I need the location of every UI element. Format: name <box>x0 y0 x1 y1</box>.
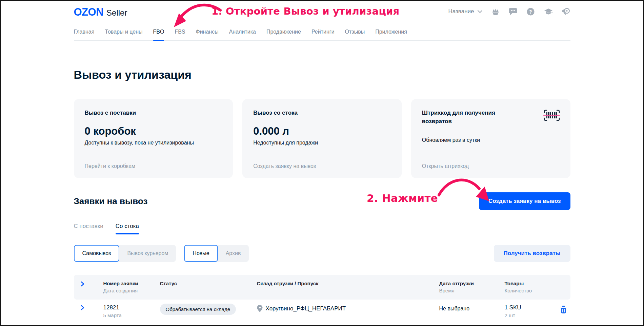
barcode-icon <box>543 109 560 123</box>
state-filter-group: Новые Архив <box>184 245 248 262</box>
nav-item-reytingi[interactable]: Рейтинги <box>311 23 335 40</box>
logo-seller-text: Seller <box>106 8 127 18</box>
nav-item-fbs[interactable]: FBS <box>175 23 185 40</box>
card-vyvoz-so-stoka: Вывоз со стока 0.000 л Недоступны для пр… <box>242 99 402 178</box>
col-header-number: Номер заявки Дата создания <box>103 280 160 294</box>
col-header-line2: Количество <box>505 287 559 294</box>
filter-arhiv[interactable]: Архив <box>218 245 249 262</box>
chat-icon[interactable] <box>509 7 518 16</box>
expand-all-chevron[interactable] <box>74 280 103 288</box>
card-subtitle: Доступны к вывозу, пока не утилизированы <box>85 140 222 146</box>
get-returns-button[interactable]: Получить возвраты <box>494 245 570 262</box>
annotation-step1-text: 1. Откройте Вывоз и утилизация <box>212 5 399 17</box>
card-subtitle: Обновляем раз в сутки <box>422 137 560 143</box>
chevron-right-icon <box>81 305 84 310</box>
nav-item-otzyvy[interactable]: Отзывы <box>345 23 365 40</box>
chevron-down-icon <box>478 10 482 13</box>
cell-status: Обрабатывается на складе <box>160 304 257 315</box>
requests-table: Номер заявки Дата создания Статус Склад … <box>74 275 570 325</box>
filters-row: Самовывоз Вывоз курьером Новые Архив Пол… <box>74 245 570 262</box>
col-header-status: Статус <box>160 280 257 287</box>
request-number[interactable]: 12821 <box>103 304 160 312</box>
table-header-row: Номер заявки Дата создания Статус Склад … <box>74 275 570 300</box>
summary-cards: Вывоз с поставки 0 коробок Доступны к вы… <box>74 99 570 178</box>
content-area: OZON Seller Название ? <box>74 1 570 325</box>
cell-number: 12821 5 марта <box>103 304 160 319</box>
col-header-line1: Номер заявки <box>103 280 160 287</box>
filter-samovyvoz[interactable]: Самовывоз <box>74 245 120 262</box>
ozon-seller-logo[interactable]: OZON Seller <box>74 6 127 18</box>
cell-warehouse: Хоругвино_РФЦ_НЕГАБАРИТ <box>257 304 439 312</box>
request-date: 5 марта <box>103 312 160 319</box>
pickup-filter-group: Самовывоз Вывоз курьером <box>74 245 176 262</box>
expand-row-chevron[interactable] <box>74 304 103 312</box>
col-header-line2: Дата создания <box>103 287 160 294</box>
page-title: Вывоз и утилизация <box>74 67 570 82</box>
col-header-line1: Склад отрузки / Пропуск <box>257 280 439 287</box>
card-title: Штрихкод для получения возвратов <box>422 109 524 126</box>
nav-item-glavnaya[interactable]: Главная <box>74 23 95 40</box>
card-subtitle: Недоступны для продажи <box>253 140 391 146</box>
topbar-right: Название ? <box>448 6 570 16</box>
tab-s-postavki[interactable]: С поставки <box>74 220 103 234</box>
trash-icon <box>560 306 567 313</box>
crown-icon[interactable] <box>491 7 500 16</box>
nav-item-tovary-i-tseny[interactable]: Товары и цены <box>105 23 142 40</box>
table-row[interactable]: 12821 5 марта Обрабатывается на складе Х… <box>74 300 570 325</box>
col-header-line1: Товары <box>505 280 559 287</box>
card-title: Вывоз с поставки <box>85 109 186 117</box>
requests-section-title: Заявки на вывоз <box>74 196 148 207</box>
card-title: Вывоз со стока <box>253 109 355 117</box>
col-header-line1: Статус <box>160 280 257 287</box>
go-to-boxes-link[interactable]: Перейти к коробкам <box>85 163 222 169</box>
filter-novye[interactable]: Новые <box>184 245 218 262</box>
col-header-line1: Дата отгрузки <box>439 280 505 287</box>
announcement-icon[interactable] <box>562 7 570 16</box>
item-count: 2 шт <box>505 312 559 319</box>
card-vyvoz-s-postavki: Вывоз с поставки 0 коробок Доступны к вы… <box>74 99 233 178</box>
cell-ship-date: Не выбрано <box>439 304 505 312</box>
account-switcher[interactable]: Название <box>448 8 482 15</box>
svg-text:?: ? <box>529 9 532 14</box>
location-pin-icon <box>257 305 263 312</box>
filter-vyvoz-kuryerom[interactable]: Вывоз курьером <box>119 245 176 262</box>
status-badge: Обрабатывается на складе <box>160 304 236 315</box>
help-icon[interactable]: ? <box>526 7 535 16</box>
requests-tabs: С поставки Со стока <box>74 220 570 234</box>
nav-item-prilozheniya[interactable]: Приложения <box>375 23 407 40</box>
col-header-line2: Время <box>439 287 505 294</box>
sku-count: 1 SKU <box>505 304 559 312</box>
ozon-seller-page: { "colors": { "brand_blue": "#005bff", "… <box>0 0 644 326</box>
account-name: Название <box>448 8 474 15</box>
col-header-goods: Товары Количество <box>505 280 559 294</box>
requests-section-head: Заявки на вывоз Создать заявку на вывоз <box>74 192 570 210</box>
create-removal-request-link[interactable]: Создать заявку на вывоз <box>253 163 391 169</box>
warehouse-name: Хоругвино_РФЦ_НЕГАБАРИТ <box>266 305 346 312</box>
main-nav: Главная Товары и цены FBO FBS Финансы Ан… <box>74 23 570 41</box>
nav-item-analitika[interactable]: Аналитика <box>229 23 256 40</box>
open-barcode-link[interactable]: Открыть штрихкод <box>422 163 560 169</box>
chevron-right-icon <box>81 281 84 287</box>
delete-request-button[interactable] <box>559 304 568 316</box>
nav-item-finansy[interactable]: Финансы <box>196 23 219 40</box>
col-header-ship-date: Дата отгрузки Время <box>439 280 505 294</box>
nav-item-prodvizhenie[interactable]: Продвижение <box>266 23 301 40</box>
create-removal-request-button[interactable]: Создать заявку на вывоз <box>479 192 570 210</box>
cell-goods: 1 SKU 2 шт <box>505 304 559 319</box>
card-shtrihkod: Штрихкод для получения возвратов Обновля… <box>411 99 570 178</box>
card-value: 0 коробок <box>85 125 222 137</box>
annotation-step2-text: 2. Нажмите <box>367 192 438 204</box>
tab-so-stoka[interactable]: Со стока <box>116 220 139 234</box>
logo-ozon-text: OZON <box>74 6 104 18</box>
education-icon[interactable] <box>544 7 553 16</box>
nav-item-fbo[interactable]: FBO <box>153 23 164 40</box>
card-value: 0.000 л <box>253 125 391 137</box>
col-header-warehouse: Склад отрузки / Пропуск <box>257 280 439 287</box>
